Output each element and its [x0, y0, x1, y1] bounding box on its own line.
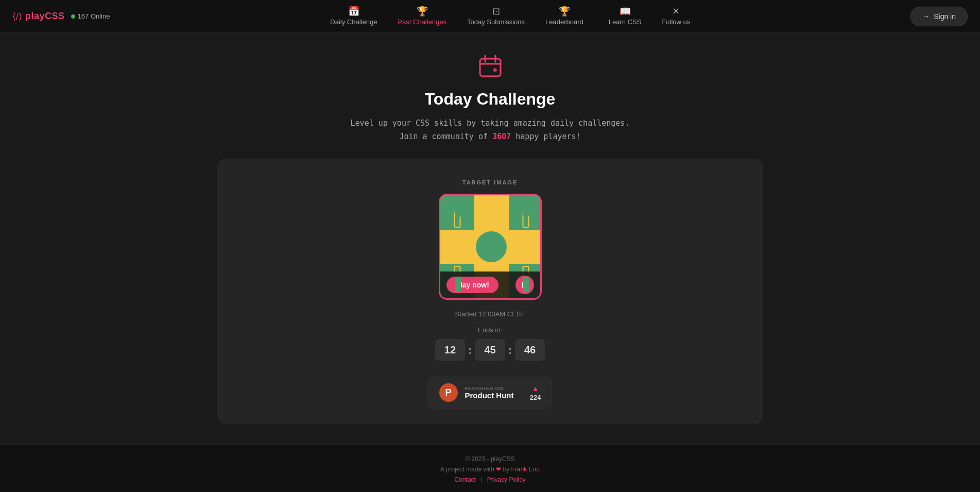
community-count: 3607	[492, 132, 511, 141]
countdown-minutes: 45	[475, 339, 505, 361]
signin-button[interactable]: → Sign in	[910, 7, 968, 26]
footer: © 2023 - playCSS A project made with ❤ b…	[0, 445, 980, 492]
subtitle-line1: Level up your CSS skills by taking amazi…	[351, 118, 630, 128]
book-icon: 📖	[620, 7, 631, 16]
sidebar-item-today-submissions[interactable]: ⊡ Today Submissions	[457, 3, 535, 30]
ph-arrow-icon: ▲	[532, 384, 539, 393]
corner-bar-br	[523, 277, 529, 292]
center-circle	[476, 231, 507, 262]
ph-name: Product Hunt	[465, 391, 523, 400]
logo[interactable]: ⟨/⟩ playCSS	[12, 11, 65, 22]
product-hunt-logo: P	[439, 383, 458, 402]
footer-link-separator: |	[480, 476, 484, 483]
nav-label-leaderboard: Leaderboard	[545, 18, 583, 26]
header: ⟨/⟩ playCSS 167 Online 📅 Daily Challenge…	[0, 0, 980, 33]
footer-links: Contact | Privacy Policy	[10, 476, 970, 483]
cell-tm	[474, 195, 509, 230]
main-nav: 📅 Daily Challenge 🏆 Past Challenges ⊡ To…	[320, 3, 700, 30]
sidebar-item-leaderboard[interactable]: 🏆 Leaderboard	[535, 3, 594, 30]
time-info: Started 12:00AM CEST Ends in: 12 : 45 : …	[435, 310, 545, 361]
footer-made-pre: A project made with	[440, 466, 496, 473]
nav-label-daily-challenge: Daily Challenge	[330, 18, 377, 26]
signin-label: Sign in	[934, 12, 956, 21]
heart-icon: ❤	[496, 466, 501, 473]
cell-ml	[440, 230, 475, 264]
signin-arrow-icon: →	[922, 12, 930, 21]
product-hunt-badge[interactable]: P FEATURED ON Product Hunt ▲ 224	[428, 377, 552, 409]
logo-icon: ⟨/⟩	[12, 11, 22, 22]
started-text: Started 12:00AM CEST	[435, 310, 545, 318]
product-hunt-info: FEATURED ON Product Hunt	[465, 386, 523, 400]
ph-featured-label: FEATURED ON	[465, 386, 523, 391]
subtitle-line2-post: happy players!	[511, 132, 580, 141]
subtitle-line2-pre: Join a community of	[399, 132, 492, 141]
countdown-sep-1: :	[468, 344, 472, 357]
cell-mr	[509, 230, 542, 264]
countdown: 12 : 45 : 46	[435, 339, 545, 361]
footer-copyright: © 2023 - playCSS	[10, 455, 970, 463]
online-indicator: 167 Online	[71, 12, 110, 20]
main-content: Today Challenge Level up your CSS skills…	[0, 33, 980, 424]
countdown-seconds: 46	[515, 339, 545, 361]
footer-made-post: by	[503, 466, 511, 473]
online-count: 167 Online	[78, 12, 110, 20]
logo-text: playCSS	[25, 11, 65, 22]
nav-label-follow-us: Follow us	[662, 18, 690, 26]
sidebar-item-past-challenges[interactable]: 🏆 Past Challenges	[387, 3, 457, 30]
footer-privacy-link[interactable]: Privacy Policy	[487, 476, 526, 483]
footer-contact-link[interactable]: Contact	[455, 476, 476, 483]
nav-label-past-challenges: Past Challenges	[398, 18, 446, 26]
svg-rect-0	[480, 59, 501, 76]
challenge-card[interactable]: Play now!	[439, 194, 542, 300]
nav-label-today-submissions: Today Submissions	[467, 18, 525, 26]
header-right: → Sign in	[910, 7, 968, 26]
target-label: TARGET IMAGE	[462, 179, 518, 185]
sidebar-item-learn-css[interactable]: 📖 Learn CSS	[598, 3, 652, 30]
ends-label: Ends in:	[435, 326, 545, 334]
twitter-x-icon: ✕	[672, 7, 680, 16]
play-now-button[interactable]: Play now!	[446, 277, 498, 293]
ph-vote-count: 224	[530, 394, 541, 401]
countdown-sep-2: :	[508, 344, 512, 357]
header-left: ⟨/⟩ playCSS 167 Online	[12, 11, 110, 22]
calendar-icon: 📅	[348, 7, 359, 16]
sidebar-item-daily-challenge[interactable]: 📅 Daily Challenge	[320, 3, 387, 30]
footer-made-by: A project made with ❤ by Frank Eno	[10, 466, 970, 473]
corner-bar-tl	[455, 201, 461, 217]
challenge-container: TARGET IMAGE	[217, 159, 763, 424]
ph-votes: ▲ 224	[530, 384, 541, 401]
leaderboard-icon: 🏆	[559, 7, 570, 16]
footer-author-link[interactable]: Frank Eno	[511, 466, 540, 473]
cell-mm	[474, 230, 509, 264]
online-dot-icon	[71, 14, 75, 19]
page-title: Today Challenge	[425, 90, 556, 109]
hero-calendar-icon	[478, 54, 503, 83]
trophy-icon: 🏆	[417, 7, 428, 16]
sidebar-item-follow-us[interactable]: ✕ Follow us	[651, 3, 700, 30]
corner-bar-bl	[455, 277, 461, 292]
page-subtitle: Level up your CSS skills by taking amazi…	[351, 117, 630, 143]
grid-icon: ⊡	[492, 7, 500, 16]
corner-bar-tr	[523, 201, 529, 217]
nav-label-learn-css: Learn CSS	[609, 18, 642, 26]
countdown-hours: 12	[435, 339, 465, 361]
nav-separator	[596, 6, 596, 27]
